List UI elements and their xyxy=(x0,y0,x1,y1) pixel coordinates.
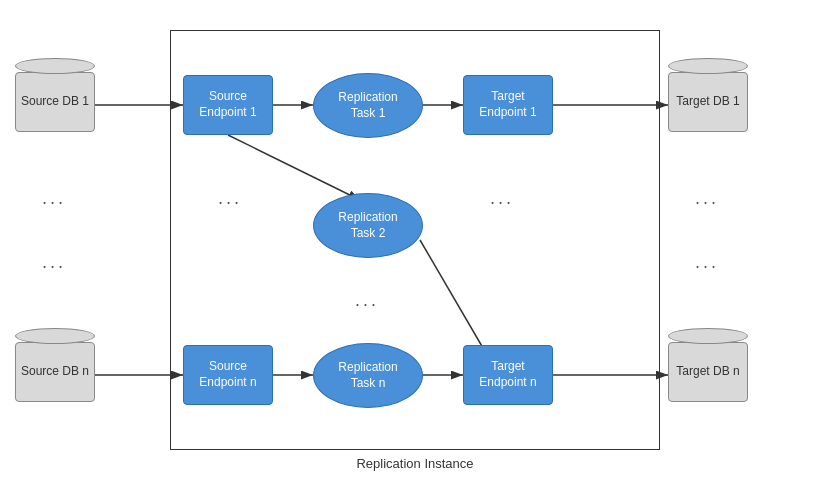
cylinder-body: Source DB n xyxy=(15,342,95,402)
target-db-1: Target DB 1 xyxy=(668,58,748,132)
cylinder-body: Target DB n xyxy=(668,342,748,402)
cylinder-body: Source DB 1 xyxy=(15,72,95,132)
dots-task-mid: ... xyxy=(355,290,379,311)
diagram: Replication Instance Source D xyxy=(0,0,837,504)
target-db-n: Target DB n xyxy=(668,328,748,402)
source-endpoint-n: Source Endpoint n xyxy=(183,345,273,405)
cylinder-top xyxy=(668,328,748,344)
dots-target-ep-mid: ... xyxy=(490,188,514,209)
dots-right-bot: ... xyxy=(695,252,719,273)
cylinder-body: Target DB 1 xyxy=(668,72,748,132)
dots-mid-1: ... xyxy=(218,188,242,209)
target-endpoint-1: Target Endpoint 1 xyxy=(463,75,553,135)
dots-source-left-bot: ... xyxy=(42,252,66,273)
replication-instance-label: Replication Instance xyxy=(356,456,473,471)
source-endpoint-1: Source Endpoint 1 xyxy=(183,75,273,135)
cylinder-top xyxy=(15,328,95,344)
cylinder-top xyxy=(15,58,95,74)
dots-right-top: ... xyxy=(695,188,719,209)
replication-task-1: Replication Task 1 xyxy=(313,73,423,138)
replication-task-n: Replication Task n xyxy=(313,343,423,408)
source-db-1: Source DB 1 xyxy=(15,58,95,132)
replication-task-2: Replication Task 2 xyxy=(313,193,423,258)
dots-source-left-top: ... xyxy=(42,188,66,209)
source-db-n: Source DB n xyxy=(15,328,95,402)
cylinder-top xyxy=(668,58,748,74)
target-endpoint-n: Target Endpoint n xyxy=(463,345,553,405)
